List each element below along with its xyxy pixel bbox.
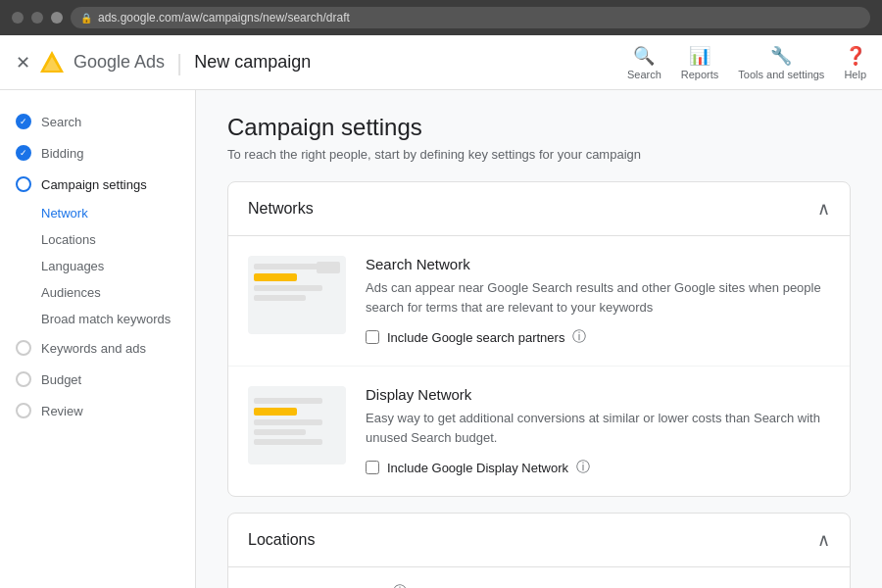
locations-card-content: Select locations to target ⓘ All countri… — [228, 567, 850, 588]
reports-action[interactable]: 📊 Reports — [681, 45, 719, 80]
display-network-title: Display Network — [366, 386, 830, 403]
display-network-label: Include Google Display Network — [387, 461, 568, 475]
display-network-info: Display Network Easy way to get addition… — [366, 386, 830, 476]
display-preview-line-1 — [254, 398, 322, 404]
search-partners-label: Include Google search partners — [387, 330, 564, 345]
sidebar-item-campaign-label: Campaign settings — [41, 177, 147, 192]
search-partners-checkbox-row: Include Google search partners ⓘ — [366, 328, 830, 346]
sidebar-item-keywords-label: Keywords and ads — [41, 341, 146, 356]
reports-label: Reports — [681, 69, 719, 80]
locations-card-title: Locations — [248, 531, 316, 549]
tools-icon: 🔧 — [770, 45, 792, 67]
search-label: Search — [627, 69, 662, 80]
search-network-desc: Ads can appear near Google Search result… — [366, 278, 830, 317]
sidebar-item-review-label: Review — [41, 404, 83, 418]
campaign-step-indicator — [16, 176, 31, 192]
display-preview-line-2 — [254, 408, 297, 416]
display-preview-line-5 — [254, 439, 322, 445]
page-title: Campaign settings — [227, 114, 851, 141]
ads-header: ✕ Google Ads | New campaign 🔍 Search 📊 R… — [0, 35, 882, 90]
header-logo: ✕ Google Ads | New campaign — [16, 49, 311, 76]
tools-label: Tools and settings — [738, 69, 824, 80]
campaign-title: New campaign — [194, 52, 311, 73]
brand-name: Google Ads — [74, 52, 165, 73]
display-network-row: Display Network Easy way to get addition… — [228, 367, 850, 496]
address-bar[interactable]: 🔒 ads.google.com/aw/campaigns/new/search… — [71, 7, 870, 28]
networks-card-header: Networks ∧ — [228, 182, 850, 236]
search-step-indicator — [16, 114, 31, 129]
sidebar-item-review[interactable]: Review — [0, 395, 195, 426]
help-action[interactable]: ❓ Help — [844, 45, 866, 80]
url-text: ads.google.com/aw/campaigns/new/search/d… — [98, 11, 350, 24]
sidebar-sub-audiences[interactable]: Audiences — [0, 279, 195, 306]
search-network-row: Search Network Ads can appear near Googl… — [228, 236, 850, 367]
lock-icon: 🔒 — [80, 13, 92, 24]
sidebar-sub-audiences-label: Audiences — [41, 285, 101, 300]
locations-select-label: Select locations to target ⓘ — [248, 583, 830, 588]
sidebar: Search Bidding Campaign settings Network… — [0, 90, 196, 588]
help-label: Help — [844, 69, 866, 80]
search-partners-checkbox[interactable] — [366, 330, 379, 344]
networks-card-content: Search Network Ads can appear near Googl… — [228, 236, 850, 496]
search-partners-help-icon[interactable]: ⓘ — [572, 328, 586, 346]
display-network-help-icon[interactable]: ⓘ — [576, 459, 590, 476]
locations-help-icon[interactable]: ⓘ — [393, 583, 407, 588]
locations-card-header: Locations ∧ — [228, 514, 850, 567]
sidebar-sub-broad-match-label: Broad match keywords — [41, 312, 171, 326]
sidebar-item-campaign-settings[interactable]: Campaign settings — [0, 169, 195, 200]
tools-action[interactable]: 🔧 Tools and settings — [738, 45, 824, 80]
search-network-title: Search Network — [366, 256, 830, 272]
budget-step-indicator — [16, 371, 31, 387]
preview-bar — [317, 262, 340, 273]
display-network-preview — [248, 386, 346, 465]
sidebar-sub-languages[interactable]: Languages — [0, 253, 195, 279]
preview-line-3 — [254, 285, 322, 291]
networks-collapse-icon[interactable]: ∧ — [817, 198, 830, 220]
refresh-button[interactable] — [51, 12, 63, 24]
display-network-checkbox-row: Include Google Display Network ⓘ — [366, 459, 830, 476]
search-action[interactable]: 🔍 Search — [627, 45, 662, 80]
locations-card: Locations ∧ Select locations to target ⓘ… — [227, 513, 851, 588]
close-icon[interactable]: ✕ — [16, 52, 30, 74]
search-icon: 🔍 — [633, 45, 655, 67]
google-ads-logo — [38, 49, 66, 76]
sidebar-item-budget-label: Budget — [41, 372, 81, 387]
sidebar-item-search-label: Search — [41, 115, 81, 129]
search-network-info: Search Network Ads can appear near Googl… — [366, 256, 830, 346]
sidebar-item-budget[interactable]: Budget — [0, 364, 195, 395]
display-network-checkbox[interactable] — [366, 461, 379, 474]
help-icon: ❓ — [845, 45, 866, 67]
display-preview-line-3 — [254, 419, 322, 425]
sidebar-item-bidding[interactable]: Bidding — [0, 137, 195, 169]
networks-card: Networks ∧ Search Network Ads can app — [227, 181, 851, 497]
keywords-step-indicator — [16, 340, 31, 356]
search-network-preview — [248, 256, 346, 334]
header-actions: 🔍 Search 📊 Reports 🔧 Tools and settings … — [627, 45, 866, 80]
sidebar-sub-network-label: Network — [41, 206, 88, 220]
sidebar-item-bidding-label: Bidding — [41, 146, 83, 161]
sidebar-sub-locations[interactable]: Locations — [0, 226, 195, 253]
preview-line-2 — [254, 273, 297, 281]
page-subtitle: To reach the right people, start by defi… — [227, 147, 851, 162]
display-network-desc: Easy way to get additional conversions a… — [366, 409, 830, 447]
sidebar-sub-locations-label: Locations — [41, 232, 96, 247]
main-layout: Search Bidding Campaign settings Network… — [0, 90, 882, 588]
forward-button[interactable] — [31, 12, 43, 24]
reports-icon: 📊 — [689, 45, 710, 67]
preview-line-1 — [254, 264, 322, 270]
sidebar-sub-network[interactable]: Network — [0, 200, 195, 226]
bidding-step-indicator — [16, 145, 31, 161]
locations-collapse-icon[interactable]: ∧ — [817, 529, 830, 551]
sidebar-sub-languages-label: Languages — [41, 259, 104, 273]
sidebar-item-search[interactable]: Search — [0, 106, 195, 137]
review-step-indicator — [16, 403, 31, 418]
header-separator: | — [176, 49, 182, 76]
browser-chrome: 🔒 ads.google.com/aw/campaigns/new/search… — [0, 0, 882, 35]
main-content: Campaign settings To reach the right peo… — [196, 90, 882, 588]
display-preview-line-4 — [254, 429, 306, 435]
preview-line-4 — [254, 295, 306, 301]
sidebar-item-keywords[interactable]: Keywords and ads — [0, 332, 195, 364]
back-button[interactable] — [12, 12, 24, 24]
networks-card-title: Networks — [248, 200, 314, 218]
sidebar-sub-broad-match[interactable]: Broad match keywords — [0, 306, 195, 332]
